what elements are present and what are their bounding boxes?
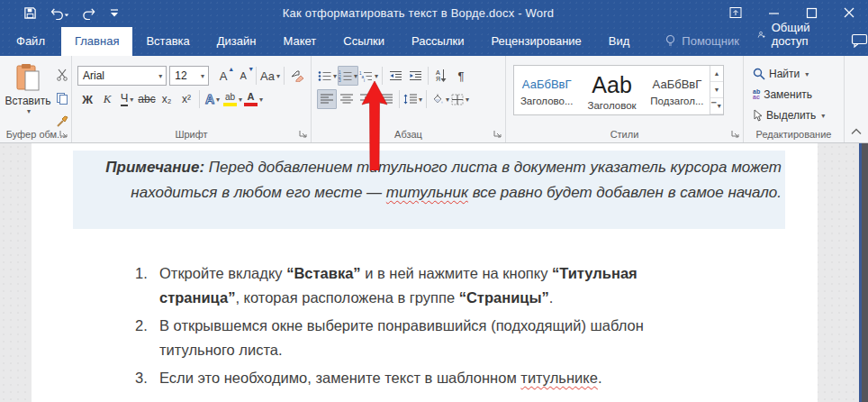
bullets-dropdown[interactable]: ▾	[333, 72, 337, 80]
styles-scroll-up[interactable]: ▲	[710, 66, 723, 82]
justify-icon	[380, 94, 393, 105]
list-item: 1. Откройте вкладку “Вставка” и в ней на…	[135, 261, 720, 310]
tab-design[interactable]: Дизайн	[203, 27, 270, 56]
assistant-button[interactable]: Помощник	[656, 27, 748, 56]
decrease-indent-icon	[389, 70, 402, 82]
font-name-combobox[interactable]: Arial▾	[77, 66, 167, 86]
close-button[interactable]	[830, 0, 868, 25]
list-number: 1.	[135, 261, 148, 286]
highlight-color-button[interactable]: ab ▾	[222, 89, 243, 109]
align-center-button[interactable]	[337, 89, 357, 109]
highlight-dropdown[interactable]: ▾	[239, 96, 242, 104]
copy-icon	[56, 92, 68, 105]
font-color-dropdown[interactable]: ▾	[259, 96, 263, 104]
shading-dropdown[interactable]: ▾	[446, 96, 449, 104]
svg-text:i: i	[364, 78, 365, 82]
line-spacing-dropdown[interactable]: ▾	[419, 96, 422, 104]
borders-button[interactable]: ▾	[450, 89, 470, 109]
comments-button[interactable]	[842, 26, 868, 56]
paste-dropdown[interactable]: ▾	[27, 107, 31, 115]
numbering-button[interactable]: 123 ▾	[338, 66, 358, 86]
bullets-button[interactable]: ▾	[317, 66, 338, 86]
tab-review[interactable]: Рецензирование	[477, 27, 594, 56]
tab-layout[interactable]: Макет	[269, 27, 330, 56]
align-right-button[interactable]	[357, 89, 376, 109]
styles-scroll-down[interactable]: ▼	[710, 82, 723, 98]
comment-icon	[851, 33, 868, 48]
font-group-label: Шрифт	[72, 129, 311, 140]
select-button[interactable]: Выделить▾	[753, 105, 844, 125]
highlight-color-swatch	[223, 103, 237, 106]
ribbon-tab-bar: Файл Главная Вставка Дизайн Макет Ссылки…	[0, 25, 868, 56]
tab-mailings[interactable]: Рассылки	[398, 27, 477, 56]
subscript-button[interactable]: x₂	[157, 89, 176, 109]
clipboard-group-label: Буфер обм...	[0, 129, 71, 140]
replace-button[interactable]: abac Заменить	[753, 85, 844, 105]
style-heading1[interactable]: АаБбВвГ Заголово...	[514, 66, 579, 114]
style-subtitle[interactable]: АаБбВвГ Подзагол...	[645, 66, 710, 114]
svg-text:3: 3	[339, 78, 341, 82]
superscript-button[interactable]: x²	[176, 89, 196, 109]
show-paragraph-marks-button[interactable]: ¶	[451, 66, 471, 86]
styles-gallery-more[interactable]: ▔▼	[710, 98, 723, 114]
style-title[interactable]: Aab Заголовок	[579, 66, 644, 114]
grow-font-button[interactable]: А▲	[213, 66, 233, 86]
paste-button[interactable]: Вставить ▾	[7, 63, 49, 123]
bold-button[interactable]: Ж	[77, 89, 97, 109]
font-color-button[interactable]: А ▾	[243, 89, 264, 109]
strikethrough-button[interactable]: abc	[137, 89, 157, 109]
font-size-dropdown[interactable]: ▾	[197, 72, 208, 80]
clear-formatting-button[interactable]	[287, 66, 307, 86]
sort-button[interactable]: АЯ	[431, 66, 451, 86]
numbering-dropdown[interactable]: ▾	[354, 72, 357, 80]
redo-button[interactable]	[82, 6, 96, 20]
find-button[interactable]: Найти▾	[753, 64, 844, 84]
shading-button[interactable]: ▾	[429, 89, 450, 109]
group-editing: Найти▾ abac Заменить Выделить▾ Редактиро…	[744, 56, 845, 142]
collapse-ribbon-button[interactable]	[851, 128, 862, 135]
list-misspelled-word: титульнике	[520, 370, 598, 386]
tab-home[interactable]: Главная	[61, 27, 132, 56]
line-spacing-button[interactable]: ▾	[402, 89, 423, 109]
shrink-font-button[interactable]: А▼	[233, 66, 253, 86]
share-button[interactable]: Общий доступ	[748, 14, 826, 56]
list-number: 2.	[135, 314, 148, 338]
underline-button[interactable]: Ч▾	[117, 89, 137, 109]
borders-dropdown[interactable]: ▾	[466, 96, 469, 104]
multilevel-list-button[interactable]: 1ai ▾	[358, 66, 379, 86]
title-bar: Как отформатировать текст в Ворде.docx -…	[0, 0, 868, 25]
tab-file[interactable]: Файл	[0, 27, 61, 56]
underline-dropdown[interactable]: ▾	[130, 96, 133, 104]
align-right-icon	[360, 94, 373, 105]
change-case-button[interactable]: Аа▾	[259, 66, 281, 86]
multilevel-dropdown[interactable]: ▾	[375, 72, 378, 80]
tab-insert[interactable]: Вставка	[132, 27, 203, 56]
copy-button[interactable]	[52, 88, 72, 108]
tab-view[interactable]: Вид	[595, 27, 644, 56]
text-effects-dropdown[interactable]: ▾	[216, 96, 220, 104]
multilevel-list-icon: 1ai	[359, 70, 373, 82]
replace-icon: abac	[753, 89, 760, 100]
paragraph-group-label: Абзац	[312, 129, 505, 140]
justify-button[interactable]	[376, 89, 396, 109]
tab-references[interactable]: Ссылки	[330, 27, 398, 56]
font-size-combobox[interactable]: 12▾	[169, 66, 209, 86]
font-name-dropdown[interactable]: ▾	[155, 72, 166, 80]
document-area: Примечание: Перед добавлением титульного…	[0, 143, 868, 402]
align-left-button[interactable]	[317, 89, 337, 109]
paint-bucket-icon	[430, 94, 444, 105]
search-icon	[753, 68, 765, 80]
italic-button[interactable]: К	[97, 89, 117, 109]
select-dropdown[interactable]: ▾	[821, 112, 825, 120]
increase-indent-button[interactable]	[405, 66, 425, 86]
find-dropdown[interactable]: ▾	[805, 70, 809, 78]
save-icon[interactable]	[23, 6, 37, 20]
undo-button[interactable]	[50, 6, 69, 20]
increase-indent-icon	[409, 70, 422, 82]
decrease-indent-button[interactable]	[385, 66, 405, 86]
customize-qat-button[interactable]	[109, 6, 120, 19]
styles-group-label: Стили	[506, 129, 743, 140]
align-left-icon	[321, 94, 333, 105]
text-effects-button[interactable]: А▾	[203, 89, 222, 109]
cut-button[interactable]	[52, 65, 72, 85]
